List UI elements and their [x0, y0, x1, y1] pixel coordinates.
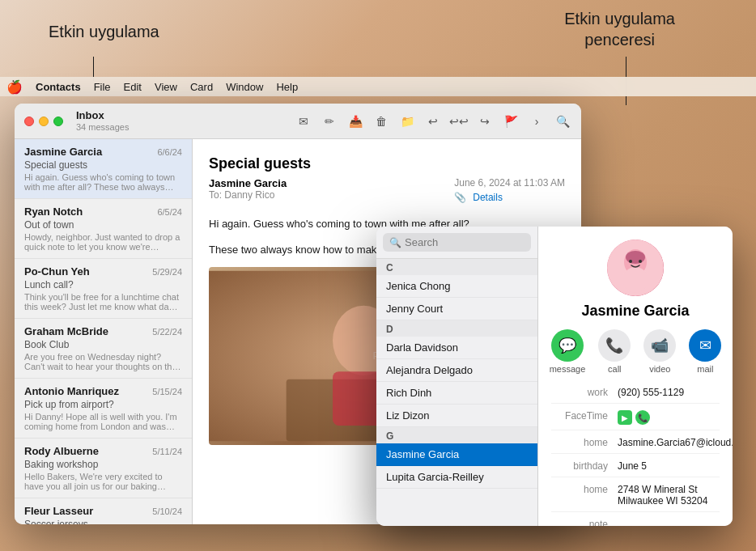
- mail-sender: Po-Chun Yeh: [24, 265, 90, 278]
- mail-subject: Soccer jerseys: [24, 519, 182, 524]
- home-address-label: home: [551, 484, 608, 506]
- mail-date: 5/29/24: [152, 267, 182, 277]
- message-action[interactable]: 💬 message: [550, 329, 586, 374]
- contacts-list: C Jenica Chong Jenny Court D Darla David…: [376, 259, 537, 526]
- facetime-video-icon[interactable]: ▶: [618, 410, 632, 425]
- apple-menu[interactable]: 🍎: [6, 79, 23, 95]
- menu-contacts[interactable]: Contacts: [36, 81, 81, 93]
- contact-item[interactable]: Jenny Court: [376, 298, 537, 320]
- video-action[interactable]: 📹 video: [643, 329, 676, 374]
- video-label: video: [649, 364, 670, 374]
- mail-preview: Hello Bakers, We're very excited to have…: [24, 472, 182, 491]
- contact-birthday: birthday June 5: [551, 460, 720, 477]
- search-icon: 🔍: [389, 237, 401, 248]
- mail-message-count: 34 messages: [76, 122, 129, 133]
- call-action[interactable]: 📞 call: [598, 329, 631, 374]
- contact-item[interactable]: Lupita Garcia-Reilley: [376, 466, 537, 489]
- mail-subject: Baking workshop: [24, 459, 182, 470]
- forward-icon[interactable]: ↪: [476, 112, 494, 130]
- mail-subject: Lunch call?: [24, 279, 182, 290]
- mail-item[interactable]: Jasmine Garcia 6/6/24 Special guests Hi …: [15, 139, 192, 199]
- reply-icon[interactable]: ↩: [424, 112, 442, 130]
- compose-icon[interactable]: ✉: [295, 112, 312, 130]
- trash-icon[interactable]: 🗑: [372, 112, 390, 130]
- message-icon: 💬: [551, 329, 584, 362]
- attachment-icon: 📎: [454, 192, 466, 203]
- menu-edit[interactable]: Edit: [124, 81, 142, 93]
- details-link[interactable]: Details: [473, 192, 503, 203]
- contact-work-phone: work (920) 555-1129: [551, 387, 720, 404]
- mail-sender: Ryan Notch: [24, 206, 83, 218]
- contact-item[interactable]: Rich Dinh: [376, 382, 537, 405]
- section-letter-g: G: [376, 427, 537, 443]
- archive-icon[interactable]: 📥: [346, 112, 364, 130]
- mail-date: 5/22/24: [152, 327, 182, 337]
- contact-item-selected[interactable]: Jasmine Garcia: [376, 443, 537, 466]
- mail-sender: Antonio Manriquez: [24, 385, 119, 397]
- call-label: call: [608, 364, 622, 374]
- section-letter-c: C: [376, 259, 537, 275]
- contact-item[interactable]: Jenica Chong: [376, 275, 537, 298]
- menu-card[interactable]: Card: [190, 81, 213, 93]
- contact-actions-row: 💬 message 📞 call 📹 video ✉ mail: [551, 329, 720, 374]
- mail-subject: Special guests: [24, 159, 182, 171]
- contacts-search-box[interactable]: 🔍: [383, 233, 531, 252]
- mail-date: 5/10/24: [152, 506, 182, 516]
- contact-note: note: [551, 519, 720, 526]
- mail-subject: Pick up from airport?: [24, 399, 182, 410]
- mail-sidebar: Jasmine Garcia 6/6/24 Special guests Hi …: [15, 139, 193, 524]
- search-icon[interactable]: 🔍: [554, 112, 571, 130]
- mail-sender: Fleur Lasseur: [24, 505, 93, 517]
- more-icon[interactable]: ›: [528, 112, 546, 130]
- mail-sender: Jasmine Garcia: [24, 146, 102, 158]
- minimize-button[interactable]: [39, 117, 49, 126]
- contact-item[interactable]: Alejandra Delgado: [376, 359, 537, 382]
- contacts-window: 🔍 C Jenica Chong Jenny Court D Darla Dav…: [376, 227, 733, 526]
- mail-inbox-label: Inbox: [76, 109, 129, 122]
- mail-item[interactable]: Po-Chun Yeh 5/29/24 Lunch call? Think yo…: [15, 259, 192, 319]
- menu-file[interactable]: File: [94, 81, 111, 93]
- detail-from-row: Jasmine Garcia To: Danny Rico June 6, 20…: [209, 177, 565, 203]
- menu-view[interactable]: View: [155, 81, 177, 93]
- svg-point-13: [639, 260, 642, 263]
- new-message-icon[interactable]: ✏: [321, 112, 338, 130]
- detail-to: To: Danny Rico: [209, 189, 287, 201]
- detail-subject: Special guests: [209, 155, 565, 172]
- mail-date: 6/5/24: [157, 207, 182, 217]
- mail-subject: Book Club: [24, 339, 182, 350]
- svg-point-12: [629, 260, 632, 263]
- note-label: note: [551, 519, 608, 526]
- menu-help[interactable]: Help: [276, 81, 298, 93]
- move-icon[interactable]: 📁: [398, 112, 416, 130]
- mail-toolbar: ✉ ✏ 📥 🗑 📁 ↩ ↩↩ ↪ 🚩 › 🔍: [135, 112, 571, 130]
- contacts-detail-panel: Jasmine Garcia 💬 message 📞 call 📹 video …: [538, 227, 733, 526]
- flag-icon[interactable]: 🚩: [502, 112, 520, 130]
- mail-action[interactable]: ✉ mail: [689, 329, 721, 374]
- birthday-label: birthday: [551, 460, 608, 472]
- menu-window[interactable]: Window: [226, 81, 263, 93]
- active-app-annotation: Etkin uygulama: [49, 23, 159, 41]
- facetime-phone-icon[interactable]: 📞: [635, 410, 650, 425]
- mail-date: 5/15/24: [152, 387, 182, 396]
- video-icon: 📹: [643, 329, 676, 362]
- facetime-value: ▶ 📞: [618, 410, 720, 425]
- mail-item[interactable]: Graham McBride 5/22/24 Book Club Are you…: [15, 319, 192, 379]
- section-letter-d: D: [376, 320, 537, 337]
- contact-item[interactable]: Darla Davidson: [376, 337, 537, 359]
- mail-item[interactable]: Fleur Lasseur 5/10/24 Soccer jerseys Are…: [15, 498, 192, 524]
- contacts-list-panel: 🔍 C Jenica Chong Jenny Court D Darla Dav…: [376, 227, 538, 526]
- home-email-value: Jasmine.Garcia67@icloud.com: [618, 437, 733, 448]
- reply-all-icon[interactable]: ↩↩: [450, 112, 468, 130]
- search-input[interactable]: [405, 236, 525, 248]
- contact-home-address: home 2748 W Mineral StMilwaukee WI 53204: [551, 484, 720, 512]
- contact-name-detail: Jasmine Garcia: [551, 303, 720, 320]
- contact-item[interactable]: Liz Dizon: [376, 405, 537, 427]
- close-button[interactable]: [24, 117, 34, 126]
- mail-item[interactable]: Antonio Manriquez 5/15/24 Pick up from a…: [15, 379, 192, 439]
- mail-item[interactable]: Rody Albuerne 5/11/24 Baking workshop He…: [15, 439, 192, 498]
- avatar-circle: [607, 239, 664, 296]
- contact-avatar: [551, 239, 720, 296]
- mail-icon: ✉: [689, 329, 721, 362]
- fullscreen-button[interactable]: [53, 117, 63, 126]
- mail-item[interactable]: Ryan Notch 6/5/24 Out of town Howdy, nei…: [15, 199, 192, 259]
